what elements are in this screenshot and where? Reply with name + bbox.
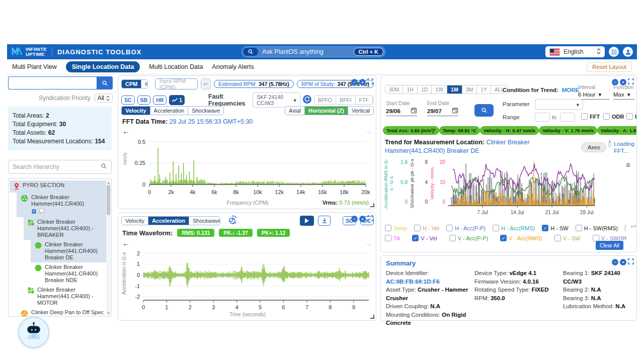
time-waveform-chart[interactable]: 210-1-20123456789: [128, 246, 373, 310]
range-3m[interactable]: 3M: [462, 85, 477, 94]
hierarchy-search-input[interactable]: [13, 163, 98, 170]
tree-item-pyro-section[interactable]: PYRO SECTION: [10, 180, 106, 193]
h-sw-checkbox[interactable]: ✓H - SW: [542, 225, 568, 231]
tree-item-asset-hammer[interactable]: Clinker Breaker Hammer(441.CR400): [17, 193, 106, 217]
user-account-icon[interactable]: [623, 47, 633, 57]
collapse-panel-icon[interactable]: –: [612, 259, 618, 265]
expand-up-icon[interactable]: ▲: [620, 259, 626, 265]
fault-frequency-buttons[interactable]: BPFO BPFI FTF BSF: [314, 96, 374, 105]
frequency-unit-toggle[interactable]: CPM Hz: [121, 79, 148, 88]
range-1h[interactable]: 1H: [403, 85, 417, 94]
range-1y[interactable]: 1Y: [476, 85, 491, 94]
language-selector[interactable]: English: [545, 46, 605, 57]
axis-toggle[interactable]: Axial Horizontal (Z) Vertical: [285, 106, 374, 115]
h-acc-pp-checkbox[interactable]: H - Acc(P-P): [446, 225, 486, 231]
range-1m[interactable]: 1M: [447, 85, 462, 94]
tree-scrollbar[interactable]: ▲ ▼: [106, 179, 111, 316]
trend-search-button[interactable]: [474, 104, 494, 117]
temp-checkbox[interactable]: Temp: [385, 225, 407, 231]
calendar-icon[interactable]: [411, 107, 417, 115]
trend-chart[interactable]: 7 Jul14 Jul21 Jul28 Jul: [447, 158, 598, 217]
play-waveform-button[interactable]: [300, 216, 314, 226]
axis-axial[interactable]: Axial: [285, 107, 304, 115]
odr-overlay-checkbox[interactable]: ODR: [603, 113, 624, 120]
download-icon[interactable]: [318, 216, 331, 226]
unit-cpm[interactable]: CPM: [122, 80, 141, 88]
chart-cursor-button[interactable]: 1: [169, 95, 185, 105]
ic-overlay-checkbox[interactable]: IC: [626, 113, 637, 120]
scroll-up-icon[interactable]: ▲: [107, 182, 110, 185]
tab-multi-location-data[interactable]: Multi Location Data: [149, 63, 203, 70]
h-sw-rms-checkbox[interactable]: H - SW(RMS): [576, 225, 618, 231]
comment-icon[interactable]: [39, 208, 45, 216]
chatbot-button[interactable]: [18, 317, 49, 348]
input-rpm-field[interactable]: Input RPM (CPM): [155, 78, 198, 89]
start-date-field[interactable]: 29/06: [386, 107, 417, 116]
collapse-panel-icon[interactable]: –: [351, 216, 358, 222]
hr-button[interactable]: HR: [153, 96, 167, 105]
fft-overlay-checkbox[interactable]: FFT: [581, 113, 600, 120]
tab-acceleration[interactable]: Acceleration: [150, 107, 188, 115]
waveform-signal-tabs[interactable]: Velocity Acceleration Shockwave: [121, 216, 220, 225]
sc-button[interactable]: SC: [121, 96, 135, 105]
prev-fft-icon[interactable]: ←: [122, 127, 130, 135]
reset-layout-button[interactable]: Reset Layout: [587, 62, 632, 72]
scroll-thumb[interactable]: [107, 185, 110, 215]
range-max-input[interactable]: [560, 113, 575, 122]
v-acc-pp-checkbox[interactable]: V - Acc(P-P): [449, 235, 489, 241]
expand-up-icon[interactable]: ▲: [359, 79, 366, 85]
parameter-dropdown[interactable]: ▾: [535, 99, 583, 110]
fullscreen-icon[interactable]: [367, 77, 373, 86]
hierarchy-search[interactable]: [8, 160, 112, 174]
sb-button[interactable]: SB: [137, 96, 151, 105]
fullscreen-icon[interactable]: [628, 257, 634, 266]
priority-checkbox[interactable]: Priority: [625, 225, 626, 231]
search-input[interactable]: [258, 48, 354, 55]
expand-up-icon[interactable]: ▲: [359, 216, 366, 222]
range-1d[interactable]: 1D: [417, 85, 431, 94]
panel-window-controls[interactable]: – ▲: [351, 77, 373, 86]
unit-hz[interactable]: Hz: [141, 80, 147, 88]
fullscreen-icon[interactable]: [367, 214, 373, 223]
bsf-button[interactable]: BSF: [372, 96, 374, 104]
fft-signal-tabs[interactable]: Velocity Acceleration Shockwave: [121, 106, 224, 115]
bpfo-button[interactable]: BPFO: [314, 96, 336, 104]
resize-handle[interactable]: [370, 203, 374, 207]
ftf-button[interactable]: FTF: [355, 96, 372, 104]
apps-grid-icon[interactable]: [609, 47, 619, 57]
tab-shockwave[interactable]: Shockwave: [188, 107, 223, 115]
v-vel-checkbox[interactable]: ✓V - Vel: [412, 235, 437, 241]
apply-rpm-icon[interactable]: ↵: [201, 78, 211, 89]
work-order-icon[interactable]: [31, 208, 37, 216]
tab-velocity[interactable]: Velocity: [122, 107, 150, 115]
tab-shockwave[interactable]: Shockwave: [189, 217, 220, 225]
bpfi-button[interactable]: BPFI: [336, 96, 355, 104]
tab-multi-plant-view[interactable]: Multi Plant View: [12, 63, 57, 70]
h-acc-rms-checkbox[interactable]: H - Acc(RMS): [493, 225, 535, 231]
tab-velocity[interactable]: Velocity: [122, 217, 148, 225]
axis-horizontal[interactable]: Horizontal (Z): [304, 107, 348, 115]
range-30m[interactable]: 30M: [385, 85, 403, 94]
checkbox-scrollbar[interactable]: ▲▼: [630, 225, 635, 251]
end-date-field[interactable]: 29/07: [427, 107, 458, 116]
panel-window-controls[interactable]: – ▲: [351, 214, 373, 223]
resize-handle[interactable]: [370, 315, 374, 319]
v-sw-checkbox[interactable]: V - SW: [554, 235, 581, 241]
interval-dropdown[interactable]: 6 Hour▾: [578, 91, 609, 100]
time-range-buttons[interactable]: 30M 1H 1D 1W 1M 3M 1Y ALL: [385, 85, 508, 94]
collapse-panel-icon[interactable]: –: [351, 79, 358, 85]
orbit-plot-icon[interactable]: [227, 215, 236, 226]
tree-item-deep-pan-silo[interactable]: Clinker Deep Pan to Off Spec Silo(471.DB…: [17, 308, 106, 317]
tree-item-breaker[interactable]: Clinker Breaker Hammer(441.CR400) - BREA…: [24, 217, 106, 240]
tab-acceleration[interactable]: Acceleration: [148, 217, 189, 225]
tab-single-location-data[interactable]: Single Location Data: [66, 61, 140, 72]
axis-vertical[interactable]: Vertical: [348, 107, 373, 115]
infinite-uptime-logo[interactable]: INFINITEUPTIME: [11, 46, 47, 58]
tree-item-breaker-de[interactable]: Clinker Breaker Hammer(441.CR400) Breake…: [31, 240, 106, 262]
more-link[interactable]: MORE: [562, 87, 580, 93]
priority-select[interactable]: All: [95, 94, 113, 103]
clear-all-button[interactable]: Clear All: [596, 241, 623, 250]
scroll-down-icon[interactable]: ▼: [107, 311, 110, 316]
tree-item-breaker-nde[interactable]: Clinker Breaker Hammer(441.CR400) Breake…: [31, 262, 106, 285]
range-min-input[interactable]: [535, 113, 550, 122]
